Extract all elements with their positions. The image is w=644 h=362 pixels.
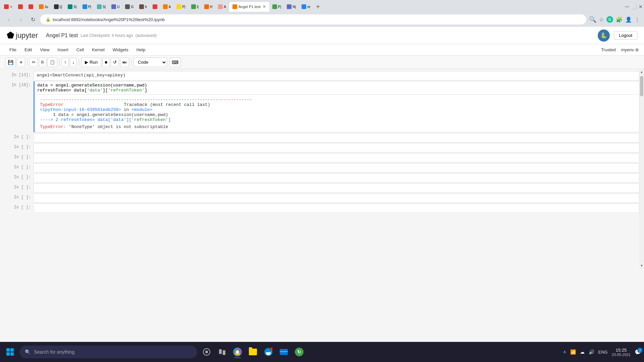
- tab-2[interactable]: [15, 2, 25, 12]
- toolbar-sep2: [59, 59, 60, 66]
- tab-20[interactable]: N|: [284, 2, 299, 12]
- tray-up-arrow[interactable]: ∧: [563, 350, 566, 354]
- checkpoint-text: Last Checkpoint: 4 hours ago (autosaved): [80, 33, 157, 38]
- wifi-icon[interactable]: 📶: [570, 349, 576, 355]
- kernel-status-circle: [635, 48, 639, 52]
- taskbar-app-icon[interactable]: ↻: [292, 345, 307, 359]
- logout-button[interactable]: Logout: [614, 31, 637, 40]
- scroll-thumb[interactable]: [640, 76, 643, 96]
- add-cell-button[interactable]: +: [17, 58, 25, 67]
- paste-button[interactable]: 📋: [47, 58, 57, 67]
- menu-view[interactable]: View: [36, 46, 53, 54]
- profile-icon[interactable]: 👤: [625, 16, 632, 23]
- save-button[interactable]: 💾: [5, 58, 16, 67]
- taskbar-chrome-icon[interactable]: [230, 345, 245, 359]
- tab-16[interactable]: H: [202, 2, 215, 12]
- empty-cell-2-input[interactable]: [34, 143, 639, 153]
- tab-21[interactable]: re: [299, 2, 313, 12]
- empty-cell-6-input[interactable]: [34, 183, 639, 193]
- run-button[interactable]: ▶ Run: [81, 58, 101, 67]
- tab-youtube1[interactable]: ✕: [1, 2, 15, 12]
- empty-cell-6: In [ ]:: [0, 183, 644, 193]
- taskbar-mail-icon[interactable]: [276, 345, 291, 359]
- tab-19[interactable]: P|: [270, 2, 284, 12]
- empty-cell-1-input[interactable]: [34, 133, 639, 142]
- extensions-icon[interactable]: 🧩: [616, 16, 623, 23]
- cortana-button[interactable]: [199, 345, 214, 359]
- taskbar-edge-icon[interactable]: 1: [261, 345, 276, 359]
- restart-button[interactable]: ↺: [111, 58, 119, 67]
- search-lens-icon[interactable]: 🔍: [589, 16, 596, 23]
- tab-13[interactable]: A: [160, 2, 174, 12]
- cell-type-select[interactable]: Code: [133, 58, 167, 67]
- tab-7[interactable]: P|: [80, 2, 94, 12]
- empty-cell-7-input[interactable]: [34, 193, 639, 203]
- empty-cell-5-input[interactable]: [34, 173, 639, 183]
- new-tab-button[interactable]: +: [313, 3, 323, 10]
- datetime-display[interactable]: 15:25 23-05-2021: [612, 348, 631, 357]
- scroll-up-arrow[interactable]: ▲: [640, 69, 643, 75]
- empty-cell-8: In [ ]:: [0, 203, 644, 213]
- network-icon[interactable]: ☁: [580, 349, 585, 355]
- tab-17[interactable]: A: [215, 2, 229, 12]
- kernel-name: myenv: [621, 47, 639, 52]
- right-scrollbar[interactable]: ▲ ▼: [639, 69, 644, 268]
- forward-button[interactable]: ›: [16, 15, 25, 24]
- menu-file[interactable]: File: [5, 46, 20, 54]
- tab-5[interactable]: Q: [51, 2, 65, 12]
- tab-4[interactable]: Ju: [36, 2, 51, 12]
- taskbar-search[interactable]: 🔍 Search for anything: [19, 346, 197, 358]
- maximize-icon[interactable]: ⬜: [631, 4, 637, 9]
- menu-kernel[interactable]: Kernel: [88, 46, 109, 54]
- cell-16-number: In [16]:: [0, 81, 34, 132]
- system-tray: ∧ 📶 ☁ 🔊 ENG 15:25 23-05-2021 💬 3: [563, 348, 641, 357]
- tab-12[interactable]: [150, 2, 160, 12]
- jupyter-logo: ⬟ jupyter: [7, 30, 38, 41]
- close-icon[interactable]: ✕: [639, 4, 643, 9]
- cell-13-input[interactable]: angel=SmartConnect(api_key=apikey): [34, 71, 639, 80]
- run-icon: ▶: [85, 60, 88, 65]
- reload-button[interactable]: ↻: [28, 15, 38, 24]
- back-button[interactable]: ‹: [4, 15, 13, 24]
- tab-3[interactable]: [26, 2, 36, 12]
- notification-center[interactable]: 💬 3: [635, 349, 641, 355]
- stop-button[interactable]: ■: [102, 58, 110, 67]
- menu-insert[interactable]: Insert: [53, 46, 72, 54]
- cell-13-number: In [13]:: [0, 71, 34, 80]
- menu-edit[interactable]: Edit: [20, 46, 36, 54]
- jupyter-notebook: ⬟ jupyter Angel P1 test Last Checkpoint:…: [0, 27, 644, 268]
- more-icon[interactable]: ⋮: [635, 16, 640, 23]
- tab-14[interactable]: P|: [174, 2, 188, 12]
- taskbar-files-icon[interactable]: [246, 345, 260, 359]
- empty-cell-8-input[interactable]: [34, 203, 639, 213]
- tab-8[interactable]: S|: [94, 2, 108, 12]
- tab-9[interactable]: U: [109, 2, 122, 12]
- scroll-down-arrow[interactable]: ▼: [640, 263, 643, 268]
- move-up-button[interactable]: ↑: [62, 58, 69, 67]
- copy-button[interactable]: ⎘: [39, 58, 46, 67]
- restart-run-button[interactable]: ⏭: [120, 58, 129, 67]
- move-down-button[interactable]: ↓: [70, 58, 77, 67]
- minimize-icon[interactable]: ─: [625, 4, 629, 10]
- empty-cell-4-input[interactable]: [34, 163, 639, 173]
- bookmark-icon[interactable]: ☆: [599, 16, 604, 23]
- menu-widgets[interactable]: Widgets: [109, 46, 132, 54]
- tab-6[interactable]: S|: [65, 2, 79, 12]
- tab-close-icon[interactable]: ✕: [263, 4, 266, 9]
- toolbar-sep4: [131, 59, 131, 66]
- menu-help[interactable]: Help: [132, 46, 150, 54]
- cell-16-input[interactable]: data = angel.generateSession(username,pw…: [34, 81, 639, 95]
- empty-cell-3-input[interactable]: [34, 153, 639, 163]
- tab-active-angel[interactable]: Angel P1 test ✕: [229, 2, 269, 12]
- volume-icon[interactable]: 🔊: [589, 349, 594, 355]
- address-field[interactable]: 🔒 localhost:8892/notebooks/Angel%20P1%20…: [40, 14, 586, 24]
- task-view-button[interactable]: [215, 345, 229, 359]
- menu-cell[interactable]: Cell: [72, 46, 88, 54]
- toolbar-sep1: [27, 59, 28, 66]
- start-button[interactable]: [3, 345, 17, 359]
- keyboard-button[interactable]: ⌨: [169, 58, 181, 67]
- tab-11[interactable]: h: [137, 2, 150, 12]
- tab-10[interactable]: G: [122, 2, 136, 12]
- cut-button[interactable]: ✂: [30, 58, 38, 67]
- tab-15[interactable]: I|: [189, 2, 201, 12]
